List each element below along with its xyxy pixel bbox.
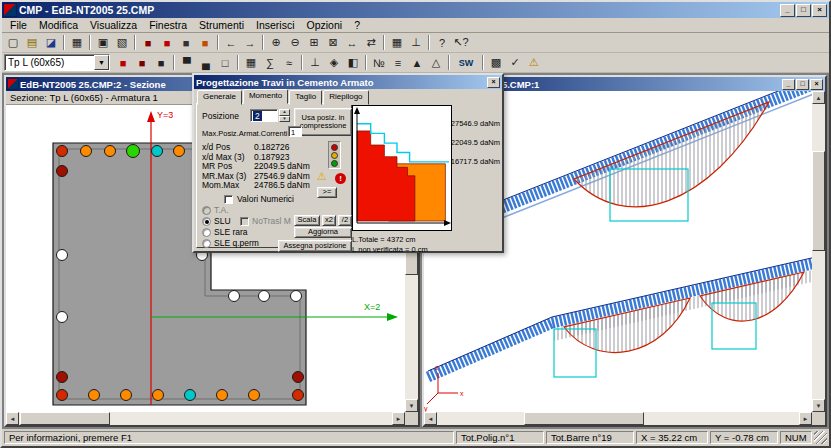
new-file-icon[interactable]: ▢ [4,34,22,51]
model-horizontal-scrollbar[interactable]: ◄ ► [424,412,812,425]
scroll-left-icon[interactable]: ◄ [6,412,19,425]
menu-visualizza[interactable]: Visualizza [84,18,143,32]
pan-icon[interactable]: ↔ [343,34,361,51]
context-help-icon[interactable]: ↖? [452,34,470,51]
tab-riepilogo[interactable]: Riepilogo [323,90,368,105]
posizione-spinner[interactable]: ▲ ▼ [279,109,290,122]
rebar-bottom-icon[interactable]: ▄ [197,54,215,71]
model-maximize-button[interactable]: □ [796,79,809,90]
result-row: x/d Max (3)0.187923 [202,152,324,162]
posizione-input[interactable]: 2 [250,109,278,122]
scale-x2-button[interactable]: x2 [322,215,336,226]
scroll-down-icon[interactable]: ▼ [812,399,825,412]
scala-button[interactable]: Scala [294,215,320,226]
menu-help[interactable]: ? [348,18,366,32]
releases-icon[interactable]: △ [427,54,445,71]
valori-numerici-checkbox[interactable] [224,195,233,204]
close-button[interactable]: × [812,4,827,17]
model-close-button[interactable]: × [810,79,823,90]
sections-view-icon[interactable]: ■ [139,34,157,51]
tab-momento[interactable]: Momento [243,89,288,104]
print-icon[interactable]: ▦ [68,34,86,51]
section-horizontal-scrollbar[interactable]: ◄ ► [6,412,405,425]
delete-section-icon[interactable]: ■ [152,54,170,71]
model-minimize-button[interactable]: _ [782,79,795,90]
rebar-hole [259,291,270,302]
scroll-right-icon[interactable]: ► [799,412,812,425]
local-axes-icon[interactable]: ⊥ [306,54,324,71]
view-3d-icon[interactable]: ◈ [325,54,343,71]
stirrup-icon[interactable]: □ [216,54,234,71]
toolbar-separator [262,35,264,50]
slu-radio[interactable] [202,217,211,226]
greater-equal-button[interactable]: >= [317,187,337,198]
scroll-right-icon[interactable]: ► [392,412,405,425]
sw-tool-icon[interactable]: SW [453,54,479,71]
verify-icon[interactable]: ✓ [506,54,524,71]
scrollbar-thumb[interactable] [812,151,825,251]
grid-icon[interactable]: ▦ [388,34,406,51]
axes-icon[interactable]: ⊥ [407,34,425,51]
copy-icon[interactable]: ▣ [94,34,112,51]
menu-inserisci[interactable]: Inserisci [250,18,301,32]
menu-finestra[interactable]: Finestra [143,18,193,32]
undo-icon[interactable]: ← [222,34,240,51]
redraw-icon[interactable]: ⇄ [362,34,380,51]
maximize-button[interactable]: □ [796,4,811,17]
warnings-icon[interactable]: ⚠ [525,54,543,71]
zoom-extents-icon[interactable]: ⊠ [324,34,342,51]
aggiorna-button[interactable]: Aggiorna [294,227,352,238]
open-file-icon[interactable]: ▤ [23,34,41,51]
tab-taglio[interactable]: Taglio [289,90,322,105]
tab-generale[interactable]: Generale [197,90,242,105]
edit-section-icon[interactable]: ■ [133,54,151,71]
scroll-down-icon[interactable]: ▼ [405,399,418,412]
menu-modifica[interactable]: Modifica [33,18,84,32]
scrollbar-thumb[interactable] [524,412,644,425]
redo-icon[interactable]: → [241,34,259,51]
scrollbar-thumb[interactable] [20,412,110,425]
render-icon[interactable]: ◧ [344,54,362,71]
moment-diagram-icon[interactable]: ≈ [280,54,298,71]
beam-numbers-icon[interactable]: ≡ [389,54,407,71]
menu-file[interactable]: File [4,18,33,32]
resize-grip[interactable] [814,431,827,444]
minimize-button[interactable]: _ [780,4,795,17]
title-bar[interactable]: CMP - EdB-NT2005 25.CMP _ □ × [2,2,829,18]
menu-opzioni[interactable]: Opzioni [301,18,349,32]
notrasl-checkbox[interactable] [240,217,249,226]
menu-strumenti[interactable]: Strumenti [193,18,250,32]
ta-radio[interactable] [202,206,211,215]
zoom-in-icon[interactable]: ⊕ [267,34,285,51]
assegna-posizione-button[interactable]: Assegna posizione [278,240,352,252]
section-type-combo[interactable]: Tp L (60x65) ▼ [4,54,110,71]
sle-qperm-label: SLE q.perm [214,238,259,248]
materials-view-icon[interactable]: ■ [158,34,176,51]
assign-section-icon[interactable]: ■ [114,54,132,71]
scroll-left-icon[interactable]: ◄ [424,412,437,425]
combo-dropdown-icon[interactable]: ▼ [94,55,109,70]
zoom-out-icon[interactable]: ⊖ [286,34,304,51]
sle-qperm-radio[interactable] [202,239,211,248]
mesh-icon[interactable]: ▩ [487,54,505,71]
help-icon[interactable]: ? [433,34,451,51]
zoom-window-icon[interactable]: ⊞ [305,34,323,51]
usa-posizione-button[interactable]: Usa posiz. in compressione [294,108,352,136]
node-numbers-icon[interactable]: № [370,54,388,71]
dialog-close-button[interactable]: × [487,77,500,88]
sle-rara-radio[interactable] [202,228,211,237]
scroll-up-icon[interactable]: ▲ [812,91,825,104]
scale-div2-button[interactable]: /2 [338,215,352,226]
rebar-top-icon[interactable]: ▀ [178,54,196,71]
paste-icon[interactable]: ▧ [113,34,131,51]
results-view-icon[interactable]: ■ [196,34,214,51]
dialog-titlebar[interactable]: Progettazione Travi in Cemento Armato × [194,75,502,89]
spin-down-icon[interactable]: ▼ [279,116,290,123]
model-vertical-scrollbar[interactable]: ▲ ▼ [812,91,825,412]
loads-view-icon[interactable]: ■ [177,34,195,51]
save-file-icon[interactable]: ◪ [42,34,60,51]
rebar-table-icon[interactable]: ▦ [242,54,260,71]
constraints-icon[interactable]: ▲ [408,54,426,71]
max-posiz-input[interactable]: 1 [288,126,302,137]
sum-areas-icon[interactable]: ∑ [261,54,279,71]
